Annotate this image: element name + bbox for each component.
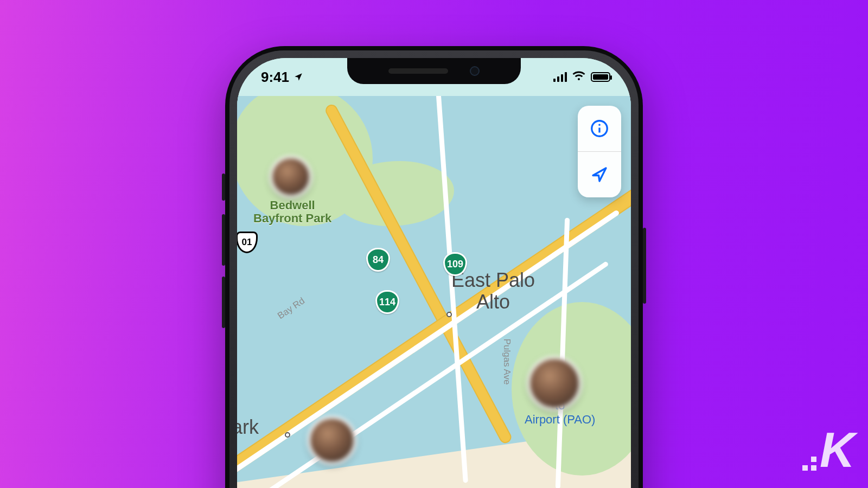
side-button xyxy=(643,228,646,304)
person-location-pin[interactable] xyxy=(308,416,356,465)
mute-switch xyxy=(222,174,225,201)
watermark: K xyxy=(802,422,853,478)
city-label: East Palo Alto xyxy=(451,269,535,312)
front-camera xyxy=(470,66,480,76)
map-info-button[interactable] xyxy=(578,106,621,151)
cellular-icon xyxy=(553,72,567,82)
status-time: 9:41 xyxy=(261,69,289,86)
phone-screen[interactable]: 9:41 xyxy=(237,58,631,488)
park-label: Bedwell Bayfront Park xyxy=(253,199,331,225)
watermark-dots xyxy=(802,457,816,471)
location-arrow-icon xyxy=(590,165,609,184)
status-right xyxy=(553,69,610,85)
info-icon xyxy=(590,119,609,138)
person-location-pin[interactable] xyxy=(270,156,312,198)
person-location-pin[interactable] xyxy=(527,356,582,410)
partial-label: ark xyxy=(237,416,259,439)
iphone-mockup: 9:41 xyxy=(225,46,643,488)
map-locate-button[interactable] xyxy=(578,152,621,197)
volume-up-button xyxy=(222,214,225,266)
promo-stage: K 9:41 xyxy=(0,0,868,488)
find-my-map[interactable]: Bedwell Bayfront Park East Palo Alto to … xyxy=(237,96,631,488)
speaker-grille xyxy=(388,68,448,74)
status-left: 9:41 xyxy=(261,69,303,86)
location-services-icon xyxy=(293,69,303,86)
road-label-pulgas: Pulgas Ave xyxy=(501,339,512,385)
wifi-icon xyxy=(572,69,585,85)
watermark-letter: K xyxy=(820,422,853,478)
volume-down-button xyxy=(222,277,225,328)
map-controls xyxy=(578,106,621,197)
battery-icon xyxy=(591,72,610,82)
phone-notch xyxy=(347,58,521,84)
svg-point-1 xyxy=(598,124,601,126)
city-marker-dot xyxy=(446,312,452,317)
city-marker-dot xyxy=(285,432,290,438)
